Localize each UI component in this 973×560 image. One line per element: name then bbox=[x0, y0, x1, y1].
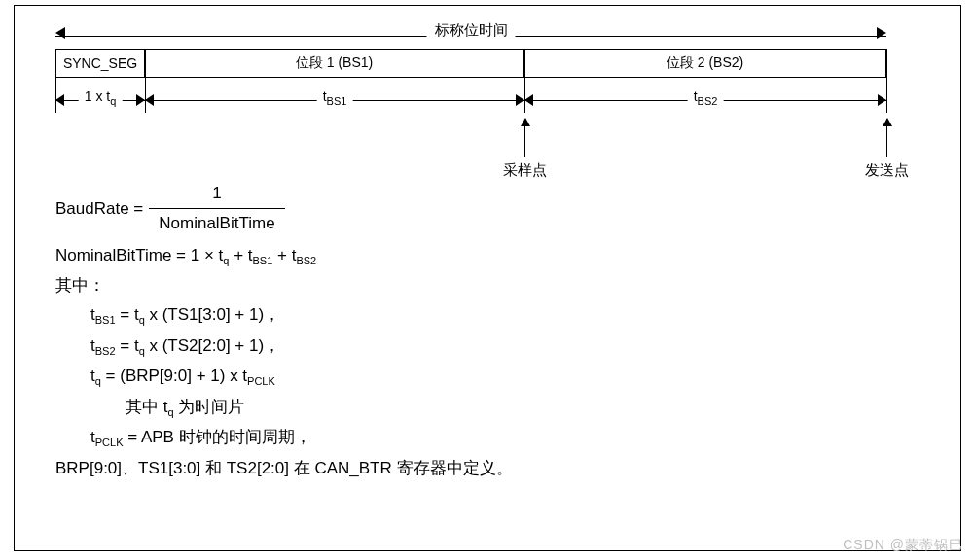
sample-point-label: 采样点 bbox=[503, 161, 547, 180]
nominal-bit-time-range: 标称位时间 bbox=[55, 27, 886, 45]
range-tbs1: tBS1 bbox=[145, 91, 524, 109]
send-point-label: 发送点 bbox=[865, 161, 909, 180]
watermark: CSDN @蒙蒂锅巴 bbox=[843, 537, 963, 554]
label-tbs1: tBS1 bbox=[317, 88, 353, 107]
send-point-arrow bbox=[886, 119, 887, 158]
formula-block: BaudRate = 1 NominalBitTime NominalBitTi… bbox=[55, 181, 513, 485]
label-tbs2: tBS2 bbox=[688, 88, 724, 107]
formula-tq-note: 其中 tq 为时间片 bbox=[55, 395, 513, 421]
fraction-numerator: 1 bbox=[202, 181, 231, 208]
formula-baudrate: BaudRate = 1 NominalBitTime bbox=[55, 181, 513, 237]
formula-tbs2: tBS2 = tq x (TS2[2:0] + 1)， bbox=[55, 333, 513, 360]
label-tq: 1 x tq bbox=[79, 88, 123, 107]
formula-tbs1: tBS1 = tq x (TS1[3:0] + 1)， bbox=[55, 302, 513, 329]
formula-footer: BRP[9:0]、TS1[3:0] 和 TS2[2:0] 在 CAN_BTR 寄… bbox=[55, 456, 513, 481]
sample-point-arrow bbox=[524, 119, 525, 158]
bit-segments-row: SYNC_SEG 位段 1 (BS1) 位段 2 (BS2) bbox=[55, 49, 886, 78]
tick-bs2-end bbox=[886, 49, 887, 113]
baudrate-lhs: BaudRate = bbox=[55, 196, 143, 222]
where-label: 其中： bbox=[55, 273, 513, 298]
segment-bs2: 位段 2 (BS2) bbox=[524, 49, 886, 78]
range-tbs2: tBS2 bbox=[524, 91, 886, 109]
formula-nominal: NominalBitTime = 1 × tq + tBS1 + tBS2 bbox=[55, 243, 513, 269]
baudrate-fraction: 1 NominalBitTime bbox=[149, 181, 284, 237]
formula-tpclk: tPCLK = APB 时钟的时间周期， bbox=[55, 425, 513, 451]
nominal-bit-time-label: 标称位时间 bbox=[427, 21, 516, 40]
fraction-denominator: NominalBitTime bbox=[149, 209, 284, 236]
segment-sync: SYNC_SEG bbox=[55, 49, 145, 78]
segment-bs1: 位段 1 (BS1) bbox=[145, 49, 524, 78]
range-tq: 1 x tq bbox=[55, 91, 145, 109]
formula-tq: tq = (BRP[9:0] + 1) x tPCLK bbox=[55, 364, 513, 390]
